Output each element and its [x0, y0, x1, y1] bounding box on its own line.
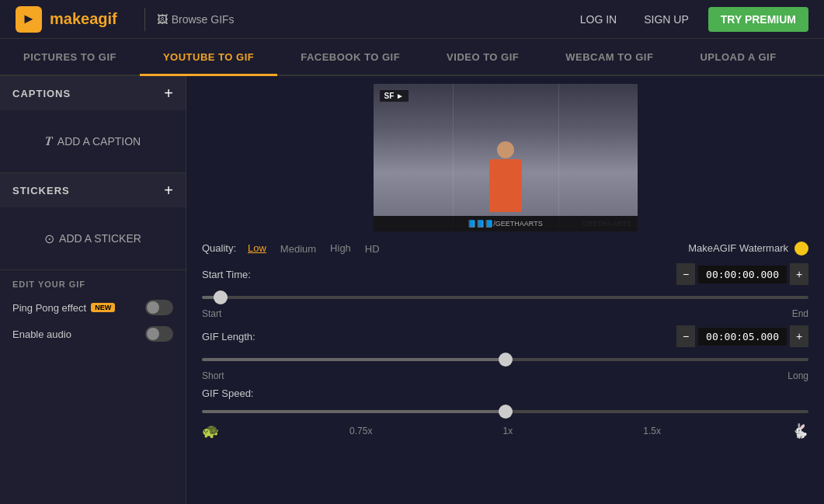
speed-slider-container	[202, 402, 808, 419]
sidebar: CAPTIONS + 𝑻 ADD A CAPTION STICKERS + ⊙ …	[0, 76, 186, 504]
stickers-section: STICKERS + ⊙ ADD A STICKER	[0, 173, 186, 270]
watermark-row: MakeAGIF Watermark	[688, 242, 808, 255]
captions-add-button[interactable]: +	[164, 85, 173, 101]
start-label: Start	[202, 308, 221, 319]
header: ► makeagif 🖼 Browse GIFs LOG IN SIGN UP …	[0, 0, 824, 39]
gif-speed-slider[interactable]	[202, 410, 808, 413]
enable-audio-label: Enable audio	[12, 328, 71, 340]
logo-text: makeagif	[50, 10, 117, 28]
header-right: LOG IN SIGN UP TRY PREMIUM	[572, 7, 808, 32]
start-slider-labels: Start End	[202, 308, 808, 319]
stickers-header[interactable]: STICKERS +	[0, 173, 186, 207]
enable-audio-toggle[interactable]	[145, 326, 173, 342]
nav-tabs: PICTURES TO GIF YOUTUBE TO GIF FACEBOOK …	[0, 39, 824, 76]
main-content: CAPTIONS + 𝑻 ADD A CAPTION STICKERS + ⊙ …	[0, 76, 824, 504]
speed-fast-icon: 🐇	[791, 422, 808, 440]
gif-length-increase[interactable]: +	[790, 325, 808, 347]
quality-medium[interactable]: Medium	[277, 242, 319, 256]
start-time-label: Start Time:	[202, 269, 272, 280]
video-bottom-bar: 📘📘📘/GEETHAARTS	[374, 216, 638, 231]
sticker-icon: ⊙	[44, 231, 54, 246]
new-badge: NEW	[91, 303, 115, 312]
add-sticker-button[interactable]: ⊙ ADD A STICKER	[44, 231, 141, 246]
start-slider-container	[202, 288, 808, 305]
start-time-row: Start Time: − 00:00:00.000 +	[202, 263, 808, 285]
tab-webcam[interactable]: WEBCAM TO GIF	[542, 40, 676, 76]
gif-length-controls: − 00:00:05.000 +	[676, 325, 808, 347]
text-icon: 𝑻	[45, 134, 53, 148]
stickers-add-button[interactable]: +	[164, 182, 173, 198]
right-panel: SF ► GEETHA ARTS 📘📘📘/GEETHAARTS Quality:…	[186, 76, 824, 504]
video-preview: SF ► GEETHA ARTS 📘📘📘/GEETHAARTS	[374, 84, 638, 231]
tab-facebook[interactable]: FACEBOOK TO GIF	[277, 40, 423, 76]
speed-labels: 🐢 0.75x 1x 1.5x 🐇	[202, 422, 808, 440]
video-preview-container: SF ► GEETHA ARTS 📘📘📘/GEETHAARTS	[186, 76, 824, 231]
tab-upload[interactable]: UPLOAD A GIF	[676, 40, 799, 76]
length-slider-container	[202, 350, 808, 367]
speed-slow-icon: 🐢	[202, 422, 219, 440]
ping-pong-toggle[interactable]	[145, 300, 173, 315]
stickers-body: ⊙ ADD A STICKER	[0, 207, 186, 269]
quality-high[interactable]: High	[327, 241, 354, 255]
browse-gifs-link[interactable]: 🖼 Browse GIFs	[157, 13, 235, 26]
start-time-controls: − 00:00:00.000 +	[676, 263, 808, 285]
gif-speed-label: GIF Speed:	[202, 388, 272, 399]
captions-section: CAPTIONS + 𝑻 ADD A CAPTION	[0, 76, 186, 173]
gif-length-row: GIF Length: − 00:00:05.000 +	[202, 325, 808, 347]
premium-button[interactable]: TRY PREMIUM	[708, 7, 808, 32]
tab-video[interactable]: VIDEO TO GIF	[423, 40, 542, 76]
quality-row: Quality: Low Medium High HD MakeAGIF Wat…	[202, 241, 808, 255]
signup-button[interactable]: SIGN UP	[636, 9, 697, 30]
captions-title: CAPTIONS	[12, 88, 71, 99]
header-divider	[144, 8, 145, 31]
captions-body: 𝑻 ADD A CAPTION	[0, 110, 186, 172]
stickers-title: STICKERS	[12, 185, 70, 196]
video-bg: SF ► GEETHA ARTS	[374, 84, 638, 231]
add-caption-button[interactable]: 𝑻 ADD A CAPTION	[45, 134, 141, 148]
logo-area: ► makeagif	[16, 6, 117, 33]
speed-1: 1x	[502, 426, 513, 436]
end-label: End	[792, 308, 808, 319]
speed-0.75: 0.75x	[349, 426, 372, 436]
start-time-decrease[interactable]: −	[676, 263, 695, 285]
login-button[interactable]: LOG IN	[572, 9, 624, 30]
start-time-slider[interactable]	[202, 296, 808, 299]
logo-icon: ►	[16, 6, 42, 33]
length-slider-labels: Short Long	[202, 370, 808, 381]
gif-length-label: GIF Length:	[202, 331, 272, 342]
long-label: Long	[787, 370, 808, 381]
start-time-increase[interactable]: +	[790, 263, 808, 285]
gif-length-display: 00:00:05.000	[698, 328, 787, 346]
gif-speed-row: GIF Speed:	[202, 388, 808, 399]
quality-hd[interactable]: HD	[362, 242, 383, 256]
watermark-toggle[interactable]	[794, 242, 808, 255]
speed-1.5: 1.5x	[643, 426, 661, 436]
enable-audio-row: Enable audio	[12, 326, 173, 342]
browse-icon: 🖼	[157, 13, 168, 26]
ping-pong-row: Ping Pong effect NEW	[12, 300, 173, 315]
gif-length-slider[interactable]	[202, 358, 808, 361]
gif-length-decrease[interactable]: −	[676, 325, 695, 347]
short-label: Short	[202, 370, 224, 381]
video-logo-overlay: SF ►	[380, 90, 409, 102]
controls-area: Quality: Low Medium High HD MakeAGIF Wat…	[186, 231, 824, 504]
quality-low[interactable]: Low	[245, 241, 269, 255]
watermark-label: MakeAGIF Watermark	[688, 242, 788, 254]
quality-label: Quality:	[202, 242, 245, 254]
captions-header[interactable]: CAPTIONS +	[0, 76, 186, 110]
start-time-display: 00:00:00.000	[698, 266, 787, 283]
edit-section: EDIT YOUR GIF Ping Pong effect NEW Enabl…	[0, 270, 186, 362]
edit-title: EDIT YOUR GIF	[12, 280, 173, 289]
tab-pictures[interactable]: PICTURES TO GIF	[0, 40, 140, 76]
tab-youtube[interactable]: YOUTUBE TO GIF	[140, 40, 277, 76]
ping-pong-label: Ping Pong effect NEW	[12, 302, 115, 314]
